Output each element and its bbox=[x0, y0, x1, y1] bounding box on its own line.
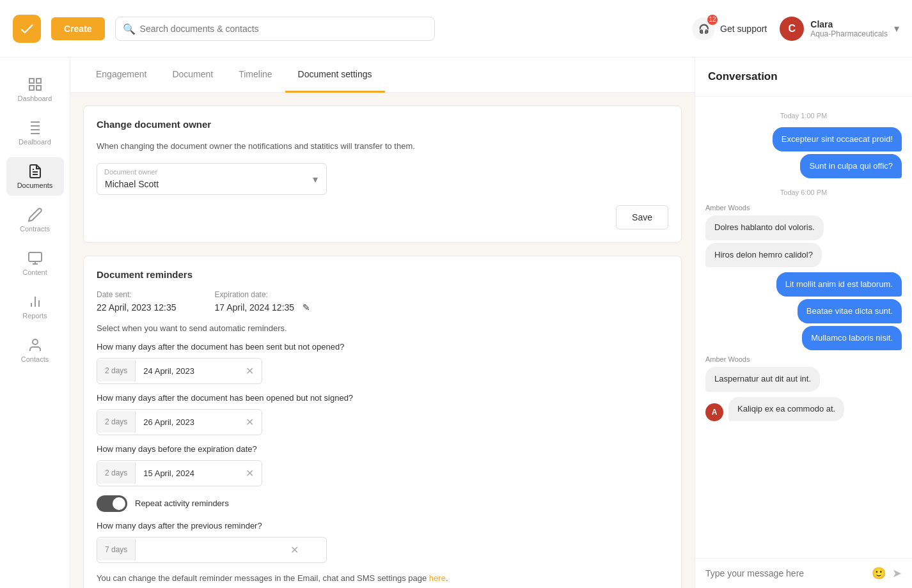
sidebar-label-content: Content bbox=[22, 268, 47, 276]
reminder-row-1: 2 days ✕ bbox=[97, 358, 668, 384]
msg-bubble-7: Mullamco laboris nisit. bbox=[802, 326, 902, 350]
reminder-input-3: 2 days ✕ bbox=[97, 460, 262, 486]
msg-with-avatar: A Kaliqip ex ea commodo at. bbox=[705, 397, 902, 421]
reminder-date-input-2[interactable] bbox=[136, 411, 238, 433]
sidebar-item-contracts[interactable]: Contracts bbox=[6, 201, 64, 239]
sidebar-item-reports[interactable]: Reports bbox=[6, 288, 64, 326]
reminders-title: Document reminders bbox=[97, 269, 668, 280]
svg-rect-0 bbox=[29, 79, 34, 83]
msg-bubble-9: Kaliqip ex ea commodo at. bbox=[728, 397, 844, 421]
sidebar-item-content[interactable]: Content bbox=[6, 244, 64, 282]
reminder-date-input-4[interactable] bbox=[136, 539, 283, 561]
clear-btn-1[interactable]: ✕ bbox=[238, 359, 262, 383]
owner-select-wrapper: Document owner Michael Scott bbox=[97, 163, 327, 195]
conversation-messages: Today 1:00 PM Excepteur sint occaecat pr… bbox=[695, 97, 912, 558]
change-owner-info: When changing the document owner the not… bbox=[97, 140, 668, 153]
msg-bubble-4: Hiros delon hemro calidol? bbox=[705, 243, 822, 267]
note-link[interactable]: here bbox=[429, 573, 446, 583]
tabs-bar: Engagement Document Timeline Document se… bbox=[70, 58, 695, 93]
reminders-section: Document reminders Date sent: 22 April, … bbox=[83, 256, 682, 589]
save-button[interactable]: Save bbox=[616, 205, 668, 229]
user-org: Aqua-Pharmaceuticals bbox=[810, 29, 888, 38]
repeat-reminders-toggle[interactable] bbox=[97, 495, 127, 512]
expiration-label: Expiration date: bbox=[215, 290, 310, 299]
message-input[interactable] bbox=[705, 568, 865, 578]
search-input[interactable] bbox=[115, 17, 435, 41]
reminder-date-input-3[interactable] bbox=[136, 462, 238, 484]
edit-expiration-icon[interactable]: ✎ bbox=[303, 302, 310, 313]
svg-rect-2 bbox=[29, 86, 34, 90]
reminder-row-3: 2 days ✕ bbox=[97, 460, 668, 486]
support-button[interactable]: 🎧 12 Get support bbox=[692, 17, 767, 40]
timestamp-1: Today 1:00 PM bbox=[705, 112, 902, 120]
q4-label: How many days after the previous reminde… bbox=[97, 521, 668, 530]
svg-rect-3 bbox=[36, 86, 41, 90]
svg-point-10 bbox=[33, 339, 38, 344]
sidebar-item-contacts[interactable]: Contacts bbox=[6, 331, 64, 369]
conversation-title: Conversation bbox=[708, 70, 899, 83]
expiration-col: Expiration date: 17 April, 2024 12:35 ✎ bbox=[215, 290, 310, 313]
msg-group-4: Amber Woods Laspernatur aut dit aut int. bbox=[705, 355, 902, 391]
send-icon[interactable]: ➤ bbox=[892, 566, 902, 580]
user-menu[interactable]: C Clara Aqua-Pharmaceuticals ▾ bbox=[780, 17, 899, 41]
sidebar-label-contacts: Contacts bbox=[21, 355, 49, 363]
q2-label: How many days after the document has bee… bbox=[97, 393, 668, 403]
change-owner-title: Change document owner bbox=[97, 119, 668, 130]
date-sent-value: 22 April, 2023 12:35 bbox=[97, 302, 177, 313]
reminder-date-input-1[interactable] bbox=[136, 360, 238, 382]
chevron-down-icon: ▾ bbox=[894, 22, 899, 35]
svg-rect-1 bbox=[36, 79, 41, 83]
sidebar-item-dashboard[interactable]: Dashboard bbox=[6, 70, 64, 109]
owner-select[interactable]: Michael Scott bbox=[97, 163, 327, 195]
user-name: Clara bbox=[810, 19, 888, 29]
clear-btn-4[interactable]: ✕ bbox=[283, 538, 306, 562]
notification-badge: 12 bbox=[707, 15, 718, 25]
sidebar-label-documents: Documents bbox=[17, 182, 53, 189]
tab-document[interactable]: Document bbox=[159, 58, 226, 93]
msg-bubble-8: Laspernatur aut dit aut int. bbox=[705, 367, 820, 391]
reminder-note: You can change the default reminder mess… bbox=[97, 573, 668, 583]
days-badge-3: 2 days bbox=[97, 462, 136, 484]
logo bbox=[13, 15, 41, 43]
days-badge-2: 2 days bbox=[97, 411, 136, 433]
msg-group-2: Amber Woods Dolres hablanto dol voloris.… bbox=[705, 204, 902, 267]
tab-timeline[interactable]: Timeline bbox=[226, 58, 285, 93]
clear-btn-2[interactable]: ✕ bbox=[238, 410, 262, 435]
conversation-panel: Conversation Today 1:00 PM Excepteur sin… bbox=[695, 58, 912, 588]
reminder-select-info: Select when you want to send automatic r… bbox=[97, 323, 668, 333]
create-button[interactable]: Create bbox=[51, 17, 105, 40]
search-icon: 🔍 bbox=[123, 22, 136, 35]
search-bar: 🔍 bbox=[115, 17, 435, 41]
sidebar-item-documents[interactable]: Documents bbox=[6, 157, 64, 196]
clear-btn-3[interactable]: ✕ bbox=[238, 461, 262, 486]
sender-name-1: Amber Woods bbox=[705, 204, 750, 212]
sidebar-label-contracts: Contracts bbox=[20, 225, 50, 233]
tab-engagement[interactable]: Engagement bbox=[83, 58, 159, 93]
sender-name-2: Amber Woods bbox=[705, 355, 750, 363]
sidebar: Dashboard Dealboard Documents Contracts … bbox=[0, 58, 70, 588]
tab-document-settings[interactable]: Document settings bbox=[285, 58, 385, 93]
msg-group-1: Excepteur sint occaecat proid! Sunt in c… bbox=[705, 127, 902, 178]
msg-bubble-5: Lit mollit anim id est laborum. bbox=[776, 272, 902, 297]
owner-field-group: Document owner Michael Scott bbox=[97, 163, 327, 195]
small-avatar: A bbox=[705, 403, 723, 421]
date-sent-label: Date sent: bbox=[97, 290, 177, 299]
user-info: Clara Aqua-Pharmaceuticals bbox=[810, 19, 888, 38]
days-badge-1: 2 days bbox=[97, 360, 136, 382]
content-area: Engagement Document Timeline Document se… bbox=[70, 58, 695, 588]
header-right: 🎧 12 Get support C Clara Aqua-Pharmaceut… bbox=[692, 17, 899, 41]
msg-bubble-3: Dolres hablanto dol voloris. bbox=[705, 215, 824, 240]
reminder-input-2: 2 days ✕ bbox=[97, 409, 262, 435]
msg-bubble-1: Excepteur sint occaecat proid! bbox=[773, 127, 902, 151]
sidebar-label-dashboard: Dashboard bbox=[18, 95, 52, 102]
svg-rect-6 bbox=[29, 252, 42, 261]
days-badge-4: 7 days bbox=[97, 539, 136, 561]
toggle-label: Repeat activity reminders bbox=[135, 499, 229, 508]
sidebar-label-reports: Reports bbox=[22, 312, 47, 320]
msg-group-3: Lit mollit anim id est laborum. Beatae v… bbox=[705, 272, 902, 351]
reminder-input-4: 7 days ✕ bbox=[97, 537, 327, 563]
expiration-value: 17 April, 2024 12:35 bbox=[215, 302, 295, 313]
sidebar-item-dealboard[interactable]: Dealboard bbox=[6, 114, 64, 152]
timestamp-2: Today 6:00 PM bbox=[705, 189, 902, 196]
emoji-icon[interactable]: 🙂 bbox=[872, 566, 886, 580]
